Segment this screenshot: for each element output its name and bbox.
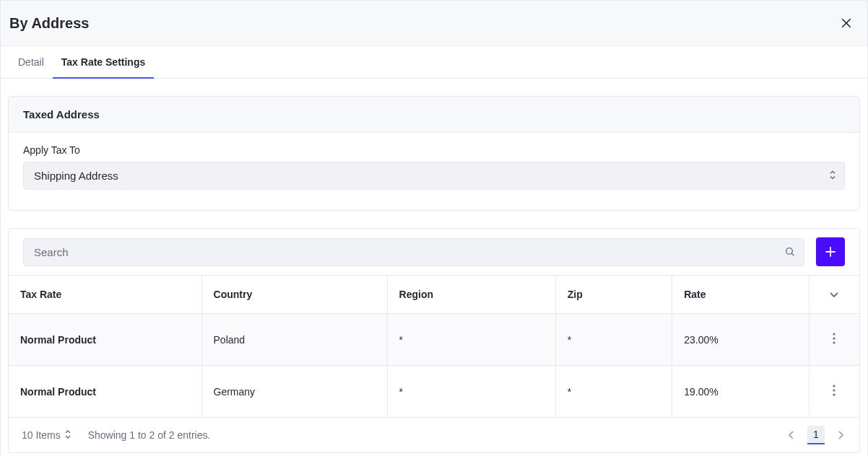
plus-icon	[824, 245, 837, 258]
svg-point-11	[833, 393, 836, 395]
chevron-right-icon	[837, 431, 844, 439]
modal-header: By Address	[1, 0, 867, 46]
search-icon	[784, 246, 796, 258]
row-actions-button[interactable]	[828, 328, 840, 351]
page-number-current[interactable]: 1	[807, 426, 825, 444]
sort-icon	[65, 429, 71, 441]
col-rate[interactable]: Rate	[672, 276, 809, 314]
cell-tax-rate: Normal Product	[9, 314, 201, 366]
tax-rate-table: Tax Rate Country Region Zip Rate	[9, 275, 859, 418]
table-row[interactable]: Normal Product Poland * * 23.00%	[9, 314, 859, 366]
row-actions-button[interactable]	[828, 380, 840, 403]
svg-point-8	[833, 341, 836, 343]
tabs: Detail Tax Rate Settings	[1, 46, 867, 79]
svg-point-10	[833, 389, 836, 391]
cell-actions	[809, 366, 859, 418]
cell-rate: 19.00%	[672, 366, 809, 418]
pager: 1	[781, 425, 851, 445]
add-button[interactable]	[816, 237, 845, 266]
cell-tax-rate: Normal Product	[9, 366, 201, 418]
svg-point-6	[833, 333, 836, 335]
apply-tax-to-select[interactable]: Shipping Address	[23, 162, 845, 190]
next-page-button[interactable]	[830, 425, 851, 445]
page-size-label: 10 Items	[22, 429, 61, 441]
card-tax-rates: Tax Rate Country Region Zip Rate	[8, 228, 860, 453]
col-tax-rate[interactable]: Tax Rate	[9, 276, 201, 314]
kebab-icon	[833, 385, 836, 396]
content: Taxed Address Apply Tax To Shipping Addr…	[1, 79, 867, 456]
modal-title: By Address	[9, 15, 89, 32]
kebab-icon	[833, 333, 836, 344]
cell-region: *	[387, 366, 555, 418]
col-zip[interactable]: Zip	[555, 276, 672, 314]
cell-actions	[809, 314, 859, 366]
svg-line-3	[791, 253, 794, 255]
col-region[interactable]: Region	[387, 276, 555, 314]
table-header-row: Tax Rate Country Region Zip Rate	[9, 276, 859, 314]
card-body: Apply Tax To Shipping Address	[9, 133, 859, 210]
page-size-selector[interactable]: 10 Items	[17, 426, 75, 444]
apply-tax-to-select-wrap: Shipping Address	[23, 162, 845, 190]
cell-country: Poland	[201, 314, 387, 366]
cell-zip: *	[555, 366, 672, 418]
cell-zip: *	[555, 314, 672, 366]
entries-text: Showing 1 to 2 of 2 entries.	[88, 429, 211, 441]
col-country[interactable]: Country	[201, 276, 387, 314]
table-body: Normal Product Poland * * 23.00% Normal …	[9, 314, 859, 418]
tab-tax-rate-settings[interactable]: Tax Rate Settings	[53, 46, 154, 78]
tab-detail[interactable]: Detail	[9, 46, 53, 78]
search-input[interactable]	[23, 238, 804, 266]
svg-point-9	[833, 385, 836, 387]
cell-country: Germany	[201, 366, 387, 418]
caret-down-icon	[830, 289, 838, 300]
cell-region: *	[387, 314, 555, 366]
cell-rate: 23.00%	[672, 314, 809, 366]
card-taxed-address: Taxed Address Apply Tax To Shipping Addr…	[8, 96, 860, 211]
search-wrap	[23, 238, 804, 266]
prev-page-button[interactable]	[781, 425, 802, 445]
table-row[interactable]: Normal Product Germany * * 19.00%	[9, 366, 859, 418]
card-header-taxed-address: Taxed Address	[9, 97, 859, 133]
table-toolbar	[9, 229, 859, 275]
close-button[interactable]	[837, 14, 856, 32]
col-actions[interactable]	[809, 276, 859, 314]
table-footer: 10 Items Showing 1 to 2 of 2 entries. 1	[9, 418, 859, 452]
modal-by-address: By Address Detail Tax Rate Settings Taxe…	[0, 0, 868, 456]
apply-tax-to-label: Apply Tax To	[23, 144, 845, 156]
chevron-left-icon	[788, 431, 795, 439]
close-icon	[840, 17, 853, 30]
svg-point-2	[786, 248, 793, 255]
svg-point-7	[833, 337, 836, 339]
